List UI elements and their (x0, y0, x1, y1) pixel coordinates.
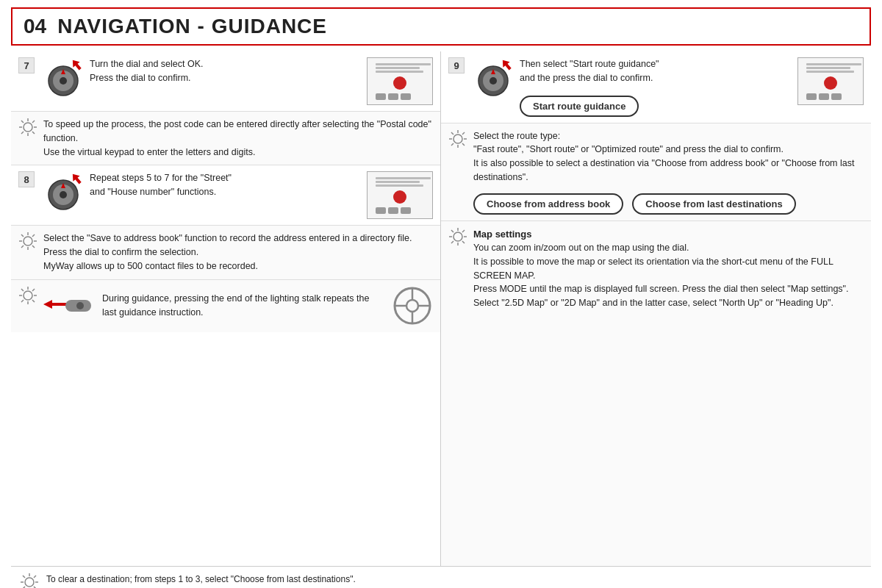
svg-line-33 (32, 289, 35, 291)
bottom-note: To clear a destination; from steps 1 to … (11, 566, 871, 588)
tip-3-text: During guidance, pressing the end of the… (102, 292, 385, 320)
svg-line-22 (21, 234, 24, 237)
svg-line-73 (34, 576, 36, 578)
step-8-row: 8 Repeat steps 5 to 7 for the "Street"an… (11, 165, 440, 226)
svg-point-48 (453, 135, 462, 143)
start-route-guidance-button[interactable]: Start route guidance (520, 96, 639, 117)
svg-line-65 (451, 241, 453, 243)
tip-4-text: Select the route type: "Fast route", "Sh… (473, 129, 864, 215)
page-header: 04 NAVIGATION - GUIDANCE (11, 7, 871, 46)
route-buttons: Choose from address book Choose from las… (473, 189, 864, 215)
step-7-screen (367, 57, 433, 105)
screen-red-btn (393, 76, 406, 90)
screen-red-btn-2 (393, 190, 406, 204)
step-9-screen (797, 57, 864, 105)
tip-2-text: Select the "Save to address book" functi… (43, 232, 433, 273)
tip-5-sun-icon (448, 227, 467, 246)
svg-point-66 (25, 578, 34, 587)
svg-line-23 (32, 245, 35, 248)
svg-line-31 (21, 289, 24, 291)
svg-line-71 (23, 576, 25, 578)
svg-point-37 (76, 302, 84, 309)
page-title: NAVIGATION - GUIDANCE (57, 15, 327, 38)
screen-red-btn-3 (824, 76, 837, 90)
left-column: 7 Turn the dial and select OK.Press the … (11, 51, 441, 566)
chapter-number: 04 (24, 15, 46, 38)
tip-3-row: During guidance, pressing the end of the… (11, 280, 440, 332)
svg-line-34 (21, 300, 24, 302)
choose-last-destinations-button[interactable]: Choose from last destinations (632, 193, 795, 215)
step-8-arrow-icon (69, 171, 84, 186)
svg-point-57 (453, 232, 462, 241)
svg-line-53 (451, 132, 453, 135)
tip-1-text: To speed up the process, the post code c… (43, 118, 433, 159)
svg-line-10 (32, 132, 35, 134)
svg-line-25 (21, 245, 24, 248)
svg-line-32 (32, 300, 35, 302)
choose-address-book-button[interactable]: Choose from address book (473, 193, 623, 215)
right-column: 9 Then select "Start route guidance"and … (441, 51, 871, 566)
step-8-badge: 8 (18, 171, 35, 187)
svg-line-63 (462, 241, 465, 243)
tip-5-text: Map settings You can zoom in/zoom out on… (473, 227, 864, 310)
svg-line-12 (21, 132, 24, 134)
tip-1-row: To speed up the process, the post code c… (11, 112, 440, 165)
svg-line-54 (462, 143, 465, 146)
page: 04 NAVIGATION - GUIDANCE 7 (0, 0, 882, 588)
step-9-badge: 9 (448, 57, 465, 74)
step-8-text: Repeat steps 5 to 7 for the "Street"and … (90, 171, 361, 199)
main-content: 7 Turn the dial and select OK.Press the … (11, 51, 871, 566)
svg-line-11 (32, 121, 35, 123)
svg-line-56 (451, 143, 453, 146)
step-7-row: 7 Turn the dial and select OK.Press the … (11, 51, 440, 112)
svg-marker-35 (43, 300, 69, 309)
svg-point-39 (406, 300, 418, 312)
svg-line-9 (21, 121, 24, 123)
svg-line-64 (462, 230, 465, 232)
map-settings-title: Map settings (473, 227, 864, 242)
tip-2-sun-icon (18, 232, 37, 251)
svg-line-55 (462, 132, 465, 135)
bottom-note-sun-icon (20, 573, 39, 588)
svg-point-46 (490, 77, 497, 85)
tip-4-sun-icon (448, 129, 467, 148)
tip-2-row: Select the "Save to address book" functi… (11, 226, 440, 279)
steering-wheel-icon (392, 286, 433, 326)
stalk-icon (43, 291, 95, 320)
svg-point-15 (60, 191, 67, 198)
step-9-text: Then select "Start route guidance"and th… (520, 57, 792, 85)
tip-3-sun-icon (18, 286, 37, 305)
svg-point-26 (24, 291, 32, 300)
step-9-arrow-icon (499, 57, 514, 72)
step-9-row: 9 Then select "Start route guidance"and … (441, 51, 871, 123)
svg-point-17 (24, 237, 32, 245)
step-8-screen (367, 171, 433, 219)
tip-5-row: Map settings You can zoom in/zoom out on… (441, 221, 871, 567)
step-7-text: Turn the dial and select OK.Press the di… (90, 57, 361, 85)
svg-line-62 (451, 230, 453, 232)
bottom-note-text: To clear a destination; from steps 1 to … (46, 573, 400, 588)
svg-point-4 (24, 123, 32, 132)
tip-4-row: Select the route type: "Fast route", "Sh… (441, 123, 871, 221)
svg-point-2 (60, 77, 67, 85)
tip-1-sun-icon (18, 118, 37, 137)
step-7-badge: 7 (18, 57, 35, 74)
step-7-arrow-icon (69, 57, 84, 72)
svg-line-24 (32, 234, 35, 237)
